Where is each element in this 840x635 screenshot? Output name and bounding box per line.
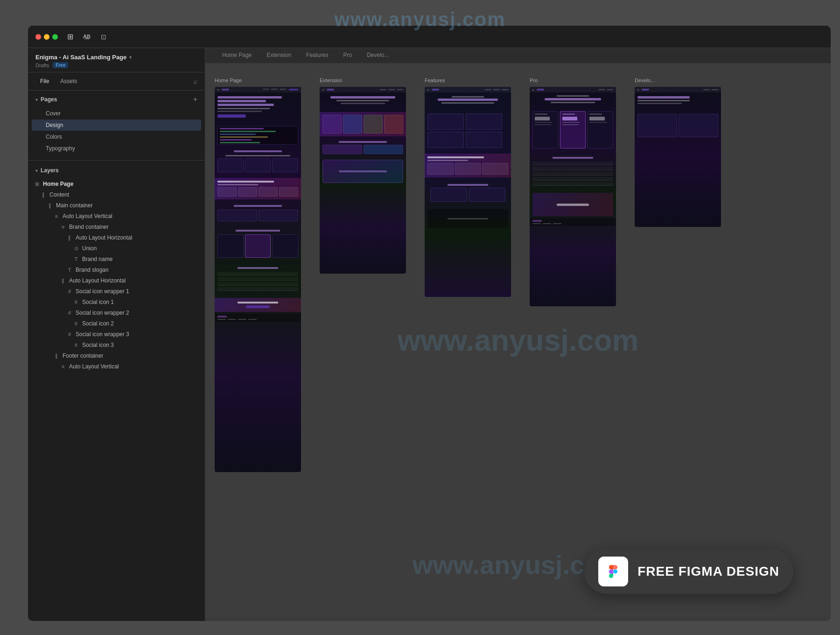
auto-layout-icon-footer: ∥ [53,353,60,359]
hash-icon-3: # [66,310,73,316]
layer-union[interactable]: ⊙ Union [30,243,203,254]
layer-social-icon-3[interactable]: # Social icon 3 [30,340,203,350]
close-button[interactable] [35,34,41,40]
frame-wrapper-pro: Pro [530,78,616,603]
figma-logo-icon [604,562,623,581]
layer-brand-name[interactable]: T Brand name [30,254,203,264]
figma-banner-text: FREE FIGMA DESIGN [637,564,779,579]
page-item-design[interactable]: Design [32,120,201,131]
tab-file[interactable]: File [35,76,54,86]
layer-label-social-wrapper-2: Social icon wrapper 2 [76,310,129,316]
page-item-cover[interactable]: Cover [32,108,201,119]
layer-auto-layout-horizontal-2[interactable]: ∥ Auto Layout Horizontal [30,275,203,286]
app-window: ⊞ A͟B ⊡ Enigma - Ai SaaS Landing Page ▾ … [28,26,831,621]
text-icon-2: T [66,267,73,273]
layout-icon-3: ≡ [60,364,66,369]
layer-label-content: Content [49,191,69,198]
frame-label-devel: Develo... [635,78,655,83]
layer-label-social-3: Social icon 3 [82,342,114,348]
layer-label-social-wrapper-1: Social icon wrapper 1 [76,288,129,295]
canvas-tabs: Home Page Extension Features Pro Develo.… [205,48,831,64]
layout-icon-2: ≡ [60,224,66,230]
layers-list: ⊞ Home Page ∥ Content ∥ Main container [28,176,205,374]
mini-page-devel [635,87,721,227]
layer-label-auto-layout-vertical: Auto Layout Vertical [63,213,112,219]
maximize-button[interactable] [52,34,58,40]
frame-wrapper-features: Features [425,78,511,603]
auto-layout-icon: ∥ [40,192,47,198]
frame-preview-devel[interactable] [635,87,721,227]
search-icon[interactable]: ⌕ [194,78,197,85]
frame-icon: ⊞ [34,181,40,187]
canvas-area: Home Page Extension Features Pro Develo.… [205,48,831,621]
frame-preview-extension[interactable] [320,87,406,274]
hash-icon-5: # [66,332,73,337]
canvas-tab-devel[interactable]: Develo... [359,48,396,63]
tab-assets[interactable]: Assets [56,76,82,86]
figma-banner[interactable]: FREE FIGMA DESIGN [584,549,793,594]
layer-main-container[interactable]: ∥ Main container [30,200,203,211]
canvas-tab-extension[interactable]: Extension [259,48,299,63]
frame-preview-home[interactable] [215,87,301,472]
layer-social-icon-wrapper-1[interactable]: # Social icon wrapper 1 [30,286,203,296]
pages-section-title: Pages [41,96,57,103]
title-bar-tools: ⊞ A͟B ⊡ [63,30,110,43]
layer-brand-container[interactable]: ≡ Brand container [30,222,203,232]
layer-social-icon-2[interactable]: # Social icon 2 [30,318,203,329]
layer-auto-layout-vertical[interactable]: ≡ Auto Layout Vertical [30,211,203,221]
project-title[interactable]: Enigma - Ai SaaS Landing Page ▾ [35,54,197,61]
left-sidebar: Enigma - Ai SaaS Landing Page ▾ Drafts F… [28,48,205,621]
frame-label-features: Features [425,78,445,83]
hash-icon-4: # [73,321,79,326]
frame-preview-features[interactable] [425,87,511,297]
frame-label-home: Home Page [215,78,242,83]
union-icon: ⊙ [73,246,79,252]
layout-icon[interactable]: ⊡ [97,30,110,43]
pages-section-header[interactable]: ▾ Pages + [28,91,205,106]
frame-label-extension: Extension [320,78,342,83]
frame-wrapper-devel: Develo... [635,78,721,603]
layer-label-brand-slogan: Brand slogan [76,267,109,273]
add-page-button[interactable]: + [193,95,197,104]
canvas-tab-pro[interactable]: Pro [336,48,359,63]
layer-footer-container[interactable]: ∥ Footer container [30,351,203,361]
auto-layout-icon-h2: ∥ [60,278,66,284]
mini-page-home [215,87,301,472]
figma-logo-box [598,557,628,586]
frame-label-pro: Pro [530,78,538,83]
canvas-tab-features[interactable]: Features [299,48,336,63]
project-dropdown-arrow: ▾ [129,55,132,60]
canvas-tab-home[interactable]: Home Page [215,48,259,63]
layers-section-header[interactable]: ▾ Layers [28,162,205,176]
page-item-colors[interactable]: Colors [32,131,201,142]
main-menu-icon[interactable]: ⊞ [63,30,77,43]
frame-wrapper-extension: Extension [320,78,406,603]
layer-content[interactable]: ∥ Content [30,190,203,200]
canvas-content: www.anyusj.com www.anyusj.com Home Page [205,64,831,617]
minimize-button[interactable] [44,34,49,40]
frames-grid: Home Page [205,64,831,617]
layer-label-brand-container: Brand container [69,224,109,230]
layer-auto-layout-vertical-2[interactable]: ≡ Auto Layout Vertical [30,361,203,372]
pages-list: Cover Design Colors Typography [28,106,205,158]
pages-chevron-icon: ▾ [35,97,38,102]
ab-icon[interactable]: A͟B [80,30,93,43]
layer-brand-slogan[interactable]: T Brand slogan [30,265,203,275]
layer-home-page[interactable]: ⊞ Home Page [30,179,203,189]
drafts-label: Drafts [35,63,49,68]
frame-preview-pro[interactable] [530,87,616,306]
sidebar-header: Enigma - Ai SaaS Landing Page ▾ Drafts F… [28,48,205,72]
layer-auto-layout-horizontal[interactable]: ∥ Auto Layout Horizontal [30,233,203,243]
auto-layout-icon-h: ∥ [66,235,73,241]
page-item-typography[interactable]: Typography [32,143,201,154]
sidebar-divider [28,160,205,161]
layer-social-icon-wrapper-3[interactable]: # Social icon wrapper 3 [30,329,203,339]
project-name-label: Enigma - Ai SaaS Landing Page [35,54,126,61]
layer-social-icon-wrapper-2[interactable]: # Social icon wrapper 2 [30,308,203,318]
layer-social-icon-1[interactable]: # Social icon 1 [30,297,203,307]
auto-layout-icon-2: ∥ [47,203,53,209]
layer-label-main-container: Main container [56,202,93,209]
top-watermark: www.anyusj.com [334,8,505,31]
hash-icon-2: # [73,299,79,305]
layer-label-auto-layout-h: Auto Layout Horizontal [76,234,132,241]
